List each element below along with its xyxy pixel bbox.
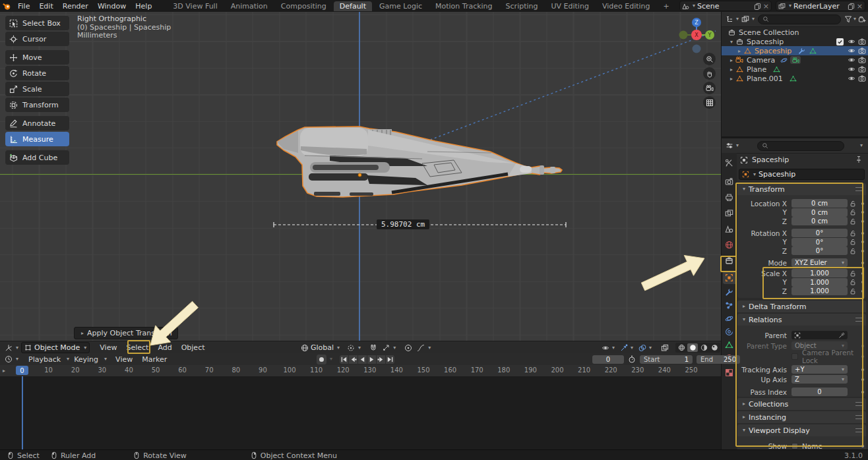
expander-right-icon[interactable]: ▸ bbox=[728, 67, 735, 72]
viewport-pan-button[interactable] bbox=[703, 67, 716, 80]
scale-y-input[interactable]: 1.000 bbox=[791, 278, 848, 287]
timeline-menu-playback[interactable]: Playback bbox=[24, 355, 65, 364]
workspace-tab-3d-view-full[interactable]: 3D View Full bbox=[167, 1, 223, 11]
scale-x-input[interactable]: 1.000 bbox=[791, 269, 848, 277]
panel-grip-icon[interactable] bbox=[855, 415, 862, 419]
xray-toggle-icon[interactable] bbox=[661, 344, 669, 352]
disable-render-icon[interactable] bbox=[858, 47, 866, 55]
eyedropper-icon[interactable] bbox=[838, 332, 845, 339]
viewport-display-header[interactable]: ▾ Viewport Display bbox=[737, 424, 866, 436]
workspace-tab-default[interactable]: Default bbox=[334, 1, 372, 11]
hide-eye-icon[interactable] bbox=[848, 38, 855, 45]
animate-dot[interactable] bbox=[861, 290, 864, 293]
panel-grip-icon[interactable] bbox=[855, 187, 862, 191]
animate-dot[interactable] bbox=[861, 445, 864, 447]
location-y-input[interactable]: 0 cm bbox=[791, 208, 848, 217]
viewport-menu-select[interactable]: Select bbox=[121, 343, 153, 352]
up-axis-dropdown[interactable]: Z▾ bbox=[791, 375, 848, 384]
outliner-row-spaceship-collection[interactable]: ▾ Spaceship bbox=[722, 37, 868, 46]
workspace-tab-motion-tracking[interactable]: Motion Tracking bbox=[429, 1, 499, 11]
3d-viewport[interactable]: Right Orthographic (0) Spaceship | Space… bbox=[0, 12, 721, 341]
current-frame-input[interactable]: 0 bbox=[592, 355, 624, 364]
editor-type-timeline-icon[interactable] bbox=[3, 355, 15, 363]
pin-icon[interactable] bbox=[855, 156, 863, 163]
auto-keying-record-icon[interactable] bbox=[317, 355, 326, 364]
overlays-toggle-icon[interactable] bbox=[638, 344, 646, 352]
lock-icon[interactable] bbox=[848, 209, 858, 216]
tool-transform[interactable]: Transform bbox=[5, 98, 69, 112]
collections-panel[interactable]: ▸Collections bbox=[737, 398, 866, 410]
preview-range-stopwatch-icon[interactable] bbox=[628, 355, 636, 363]
tab-scene[interactable] bbox=[724, 224, 734, 234]
close-scene-icon[interactable]: × bbox=[763, 2, 769, 11]
disable-render-icon[interactable] bbox=[858, 38, 866, 45]
snap-magnet-icon[interactable] bbox=[369, 344, 377, 352]
workspace-tab-add[interactable]: + bbox=[658, 1, 675, 11]
timeline-menu-view[interactable]: View bbox=[111, 355, 137, 364]
disable-render-icon[interactable] bbox=[858, 65, 866, 73]
viewport-menu-add[interactable]: Add bbox=[153, 343, 176, 352]
outliner-row-plane-001[interactable]: ▸ Plane.001 bbox=[722, 74, 868, 83]
apply-object-transform-hint[interactable]: ▸ Apply Object Transform bbox=[74, 327, 178, 339]
scale-z-input[interactable]: 1.000 bbox=[791, 287, 848, 295]
animate-dot[interactable] bbox=[861, 272, 864, 275]
navigation-gizmo[interactable]: Z Y X bbox=[677, 14, 716, 54]
tab-output[interactable] bbox=[724, 192, 734, 202]
outliner-search-input[interactable] bbox=[758, 14, 841, 24]
tab-constraints[interactable] bbox=[724, 327, 734, 337]
animate-dot[interactable] bbox=[861, 368, 864, 371]
lock-icon[interactable] bbox=[848, 279, 858, 285]
workspace-tab-scripting[interactable]: Scripting bbox=[500, 1, 544, 11]
menu-window[interactable]: Window bbox=[93, 2, 131, 11]
shading-wireframe-icon[interactable] bbox=[677, 344, 686, 351]
tool-move[interactable]: Move bbox=[5, 50, 69, 65]
tab-object[interactable] bbox=[723, 272, 735, 284]
editor-type-outliner-icon[interactable] bbox=[724, 15, 735, 23]
disable-render-icon[interactable] bbox=[858, 74, 866, 82]
workspace-tab-compositing[interactable]: Compositing bbox=[275, 1, 332, 11]
tab-collection[interactable] bbox=[724, 256, 734, 266]
hide-eye-icon[interactable] bbox=[848, 56, 855, 64]
lock-icon[interactable] bbox=[848, 218, 858, 225]
jump-to-end-button[interactable] bbox=[386, 355, 394, 364]
proportional-editing-icon[interactable] bbox=[404, 344, 412, 352]
tab-modifiers[interactable] bbox=[724, 287, 734, 297]
menu-help[interactable]: Help bbox=[131, 2, 156, 11]
animate-dot[interactable] bbox=[861, 345, 864, 347]
location-z-input[interactable]: 0 cm bbox=[791, 217, 848, 225]
shading-material-icon[interactable] bbox=[699, 344, 708, 351]
viewport-zoom-button[interactable] bbox=[703, 53, 716, 65]
collection-checkbox[interactable] bbox=[836, 38, 844, 45]
lock-icon[interactable] bbox=[848, 288, 858, 295]
proportional-falloff-icon[interactable] bbox=[417, 344, 425, 352]
panel-grip-icon[interactable] bbox=[855, 402, 862, 406]
expander-right-icon[interactable]: ▸ bbox=[728, 57, 735, 63]
close-view-layer-icon[interactable]: × bbox=[857, 2, 863, 11]
timeline-ruler[interactable]: ▸ 01020304050607080901001101201301401501… bbox=[0, 365, 721, 377]
end-frame-input[interactable]: End 250 bbox=[697, 355, 740, 364]
play-button[interactable] bbox=[367, 355, 376, 364]
pivot-point-icon[interactable] bbox=[347, 344, 355, 352]
tool-cursor[interactable]: Cursor bbox=[5, 32, 69, 46]
tab-texture[interactable] bbox=[724, 368, 734, 378]
tab-tool[interactable] bbox=[724, 158, 734, 168]
panel-grip-icon[interactable] bbox=[855, 428, 862, 432]
animate-dot[interactable] bbox=[861, 281, 864, 283]
expander-right-icon[interactable]: ▸ bbox=[728, 76, 735, 82]
show-object-types-icon[interactable] bbox=[602, 344, 609, 352]
lock-icon[interactable] bbox=[848, 248, 858, 254]
lock-icon[interactable] bbox=[848, 200, 858, 207]
show-name-checkbox[interactable] bbox=[791, 443, 798, 449]
hide-eye-icon[interactable] bbox=[848, 47, 855, 55]
rotation-z-input[interactable]: 0° bbox=[791, 246, 848, 255]
properties-search-input[interactable] bbox=[757, 141, 844, 151]
region-expand-icon[interactable]: ▸ bbox=[3, 368, 5, 374]
camera-parent-lock-checkbox[interactable] bbox=[791, 353, 798, 360]
outliner-row-scene-collection[interactable]: Scene Collection bbox=[722, 28, 868, 37]
tab-particles[interactable] bbox=[724, 301, 734, 310]
measure-ruler[interactable] bbox=[0, 12, 721, 341]
timeline-track-area[interactable] bbox=[0, 376, 721, 449]
shading-rendered-icon[interactable] bbox=[710, 344, 719, 351]
location-x-input[interactable]: 0 cm bbox=[791, 199, 848, 208]
panel-grip-icon[interactable] bbox=[855, 318, 862, 322]
